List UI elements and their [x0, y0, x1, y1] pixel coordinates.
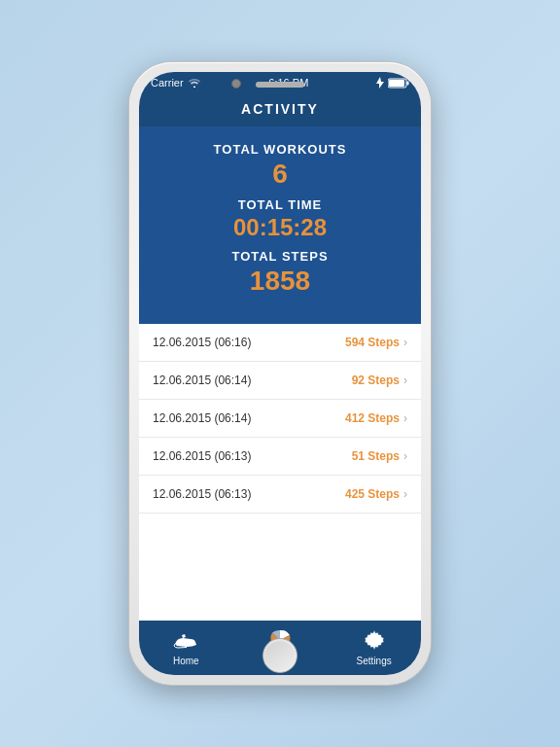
list-item-right: 51 Steps ›	[352, 449, 407, 463]
total-steps-label: TOTAL STEPS	[139, 249, 421, 264]
chevron-right-icon: ›	[403, 374, 407, 387]
stats-section: TOTAL WORKOUTS 6 TOTAL TIME 00:15:28 TOT…	[139, 126, 421, 324]
wifi-icon	[188, 78, 201, 88]
list-item-date: 12.06.2015 (06:16)	[153, 336, 251, 349]
tab-settings[interactable]: Settings	[327, 627, 421, 666]
svg-rect-2	[389, 80, 404, 87]
list-item[interactable]: 12.06.2015 (06:13) 51 Steps ›	[139, 438, 421, 476]
phone-screen: Carrier 6:16 PM ACTI	[139, 72, 421, 675]
list-item[interactable]: 12.06.2015 (06:13) 425 Steps ›	[139, 476, 421, 514]
total-steps-value: 1858	[139, 266, 421, 297]
status-right	[376, 77, 409, 89]
tab-home[interactable]: Home	[139, 627, 233, 666]
tab-settings-label: Settings	[357, 656, 392, 666]
total-time-value: 00:15:28	[139, 214, 421, 241]
list-item[interactable]: 12.06.2015 (06:14) 412 Steps ›	[139, 400, 421, 438]
chevron-right-icon: ›	[403, 336, 407, 349]
list-item-right: 594 Steps ›	[345, 336, 407, 349]
list-item-steps: 594 Steps	[345, 336, 400, 349]
status-left: Carrier	[151, 77, 201, 89]
list-item-steps: 425 Steps	[345, 487, 400, 501]
svg-rect-1	[407, 81, 409, 85]
total-workouts-value: 6	[139, 159, 421, 190]
list-item-steps: 92 Steps	[352, 374, 400, 387]
gear-icon	[362, 627, 387, 653]
list-item-date: 12.06.2015 (06:13)	[153, 487, 251, 501]
list-item-right: 425 Steps ›	[345, 487, 407, 501]
list-item[interactable]: 12.06.2015 (06:14) 92 Steps ›	[139, 362, 421, 400]
home-button[interactable]	[262, 638, 298, 673]
nav-title: ACTIVITY	[241, 101, 319, 117]
total-workouts-label: TOTAL WORKOUTS	[139, 142, 421, 157]
tab-home-label: Home	[173, 656, 199, 666]
phone-camera	[231, 79, 241, 89]
list-item-date: 12.06.2015 (06:14)	[153, 374, 251, 387]
list-item-right: 412 Steps ›	[345, 411, 407, 425]
total-time-label: TOTAL TIME	[139, 197, 421, 212]
chevron-right-icon: ›	[403, 411, 407, 425]
chevron-right-icon: ›	[403, 449, 407, 463]
list-item-steps: 51 Steps	[352, 449, 400, 463]
list-item-date: 12.06.2015 (06:14)	[153, 411, 251, 425]
list-item-steps: 412 Steps	[345, 411, 400, 425]
list-item-date: 12.06.2015 (06:13)	[153, 449, 251, 463]
location-icon	[376, 77, 384, 89]
nav-bar: ACTIVITY	[139, 93, 421, 126]
shoe-icon	[173, 627, 198, 653]
battery-icon	[388, 78, 409, 89]
phone-frame: Carrier 6:16 PM ACTI	[129, 62, 431, 685]
carrier-text: Carrier	[151, 77, 184, 89]
list-item[interactable]: 12.06.2015 (06:16) 594 Steps ›	[139, 324, 421, 362]
list-item-right: 92 Steps ›	[352, 374, 407, 387]
chevron-right-icon: ›	[403, 487, 407, 501]
activity-list: 12.06.2015 (06:16) 594 Steps › 12.06.201…	[139, 324, 421, 621]
phone-speaker	[256, 82, 304, 88]
